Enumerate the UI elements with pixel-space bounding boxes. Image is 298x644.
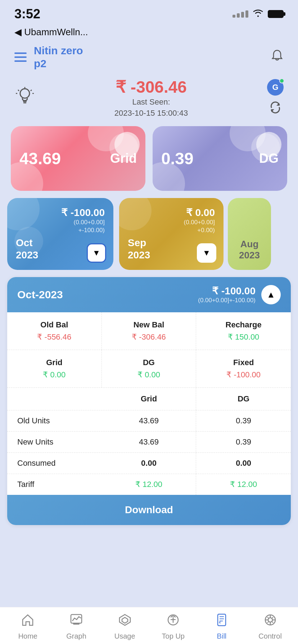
nav-control-label: Control: [258, 632, 281, 640]
units-header: Grid DG: [7, 388, 291, 410]
svg-line-5: [31, 90, 32, 91]
oct-dropdown[interactable]: ▼: [87, 243, 106, 263]
svg-point-0: [20, 89, 30, 98]
nav-bill[interactable]: ₹ Bill: [204, 613, 240, 640]
header-left: Nitin zerop2: [14, 44, 83, 70]
nav-home-label: Home: [18, 632, 37, 640]
g-dot: [279, 78, 284, 83]
month-card-oct[interactable]: ₹ -100.00 (0.00+0.00]+-100.00) Oct2023 ▼: [7, 198, 113, 270]
status-icons: [232, 9, 284, 20]
bill-icon: ₹: [215, 613, 229, 630]
status-bar: 3:52: [0, 0, 298, 25]
signal-icon: [232, 10, 248, 18]
bulb-icon: [14, 86, 35, 110]
balance-lastseen: Last Seen: 2023-10-15 15:00:43: [114, 97, 188, 119]
grid-charge-cell: Grid ₹ 0.00: [7, 350, 102, 387]
usage-icon: [118, 613, 132, 630]
old-units-row: Old Units 43.69 0.39: [7, 410, 291, 432]
hamburger-menu[interactable]: [14, 52, 27, 62]
nav-graph-label: Graph: [66, 632, 86, 640]
bottom-nav: Home Graph Usage Top Up: [0, 607, 298, 644]
app-header: Nitin zerop2: [0, 41, 298, 74]
balance-amount: ₹ -306.46: [114, 77, 188, 97]
grid-label: Grid: [110, 151, 137, 166]
svg-line-4: [18, 90, 19, 91]
nav-topup-label: Top Up: [162, 632, 185, 640]
topup-icon: [166, 613, 180, 630]
bell-icon[interactable]: [271, 49, 284, 65]
status-time: 3:52: [14, 6, 40, 22]
aug-label: Aug2023: [239, 239, 260, 261]
sep-dropdown[interactable]: ▼: [197, 243, 216, 263]
battery-icon: [268, 10, 284, 18]
tariff-row: Tariff ₹ 12.00 ₹ 12.00: [7, 474, 291, 495]
balance-center: ₹ -306.46 Last Seen: 2023-10-15 15:00:43: [114, 77, 188, 119]
month-cards-row: ₹ -100.00 (0.00+0.00]+-100.00) Oct2023 ▼…: [0, 198, 298, 270]
nav-usage-label: Usage: [114, 632, 135, 640]
old-bal-cell: Old Bal ₹ -556.46: [7, 312, 102, 350]
bill-section: Oct-2023 ₹ -100.00 (0.00+0.00]+-100.00) …: [7, 277, 291, 525]
units-section: Grid DG Old Units 43.69 0.39 New Units 4…: [7, 388, 291, 495]
bill-collapse-btn[interactable]: ▲: [261, 285, 281, 304]
svg-marker-12: [119, 615, 130, 625]
bill-row-1: Old Bal ₹ -556.46 New Bal ₹ -306.46 Rech…: [7, 312, 291, 350]
nav-topup[interactable]: Top Up: [155, 613, 191, 640]
graph-icon: [69, 613, 83, 630]
sep-label: Sep2023: [128, 237, 150, 261]
nav-usage[interactable]: Usage: [107, 613, 143, 640]
svg-text:₹: ₹: [219, 621, 221, 625]
bill-period: Oct-2023: [17, 289, 63, 301]
bill-header: Oct-2023 ₹ -100.00 (0.00+0.00]+-100.00) …: [7, 277, 291, 312]
grid-value: 43.69: [19, 149, 61, 168]
dg-label: DG: [259, 151, 279, 166]
fixed-charge-cell: Fixed ₹ -100.00: [196, 350, 291, 387]
meter-cards-row: 43.69 Grid 0.39 DG: [0, 123, 298, 198]
month-card-sep[interactable]: ₹ 0.00 (0.00+0.00]+0.00) Sep2023 ▼: [119, 198, 224, 270]
refresh-icon[interactable]: [268, 101, 282, 117]
svg-marker-13: [122, 617, 128, 623]
download-button[interactable]: Download: [7, 495, 291, 525]
dg-card[interactable]: 0.39 DG: [153, 126, 287, 191]
control-icon: [263, 613, 277, 630]
balance-section: ₹ -306.46 Last Seen: 2023-10-15 15:00:43…: [0, 74, 298, 123]
dg-value: 0.39: [161, 149, 194, 168]
bill-header-amount: ₹ -100.00 (0.00+0.00]+-100.00): [198, 285, 256, 304]
consumed-row: Consumed 0.00 0.00: [7, 453, 291, 474]
month-card-aug[interactable]: Aug2023: [228, 198, 271, 270]
nav-graph[interactable]: Graph: [58, 613, 94, 640]
g-button[interactable]: G: [267, 79, 284, 96]
new-units-row: New Units 43.69 0.39: [7, 432, 291, 453]
bill-row-2: Grid ₹ 0.00 DG ₹ 0.00 Fixed ₹ -100.00: [7, 350, 291, 388]
account-title: Nitin zerop2: [34, 44, 83, 70]
svg-rect-11: [73, 623, 80, 625]
nav-control[interactable]: Control: [252, 613, 288, 640]
recharge-cell: Recharge ₹ 150.00: [196, 312, 291, 350]
nav-bill-label: Bill: [217, 632, 227, 640]
svg-point-21: [268, 618, 272, 622]
wifi-icon: [253, 9, 263, 20]
grid-card[interactable]: 43.69 Grid: [11, 126, 145, 191]
new-bal-cell: New Bal ₹ -306.46: [102, 312, 197, 350]
right-icons: G: [267, 79, 284, 117]
nav-home[interactable]: Home: [10, 613, 46, 640]
back-nav[interactable]: ◀ UbammWelln...: [0, 25, 298, 41]
home-icon: [21, 613, 35, 630]
dg-charge-cell: DG ₹ 0.00: [102, 350, 197, 387]
